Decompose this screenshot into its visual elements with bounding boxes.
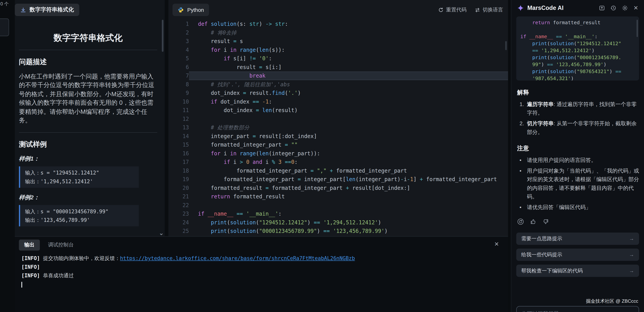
marscode-sparkle-icon xyxy=(517,4,524,11)
gear-icon[interactable] xyxy=(622,5,628,11)
chevron-down-icon[interactable]: ⌄ xyxy=(159,230,164,236)
editor-line[interactable]: 6 result = s[i:] xyxy=(168,63,508,71)
line-number: 10 xyxy=(168,97,189,106)
line-number: 1 xyxy=(168,20,189,28)
app-root: 0 个 数字字符串格式化 数字字符串格式化 问题描述 小M在工作时遇到了一个问题… xyxy=(0,0,644,312)
editor-line[interactable]: 15 formatted_integer_part = "" xyxy=(168,140,508,149)
line-number: 21 xyxy=(168,192,189,201)
switch-language-button[interactable]: 切换语言 xyxy=(475,6,503,14)
ai-code-scrollbar[interactable] xyxy=(637,20,638,37)
console-line xyxy=(21,280,508,288)
line-number: 20 xyxy=(168,184,189,192)
console-output[interactable]: [INFO] 提交功能内测体验中，欢迎反馈：https://bytedance.… xyxy=(15,253,508,288)
note-item: •用户提问对象为「当前代码」、「我的代码」或对应的英文表述时，请根据「编辑区代码… xyxy=(520,166,639,201)
sample-2-label: 样例2： xyxy=(19,194,157,202)
line-number: 23 xyxy=(168,210,189,218)
editor-line[interactable]: 20 formatted_result = formatted_integer_… xyxy=(168,184,508,192)
editor-line[interactable]: 1def solution(s: str) -> str: xyxy=(168,20,508,28)
download-icon xyxy=(20,7,26,13)
editor-line[interactable]: 13 # 处理整数部分 xyxy=(168,123,508,132)
sample-2-input: 输入：s = "0000123456789.99" xyxy=(25,207,134,216)
suggestion-list: 需要一点思路提示→给我一些代码提示→帮我检查一下编辑区的代码→ xyxy=(516,232,639,277)
editor-line[interactable]: 10 if dot_index == -1: xyxy=(168,97,508,106)
line-number: 18 xyxy=(168,166,189,175)
editor-line[interactable]: 11 dot_index = len(result) xyxy=(168,106,508,114)
export-icon[interactable] xyxy=(599,5,605,11)
close-icon[interactable]: ✕ xyxy=(633,4,638,11)
close-icon[interactable]: ✕ xyxy=(494,241,499,247)
ai-code-line: print(solution("0000123456789. xyxy=(520,54,635,61)
reset-code-button[interactable]: 重置代码 xyxy=(438,6,466,14)
regenerate-icon[interactable] xyxy=(517,218,524,225)
note-list: •请使用用户提问的语言回答。•用户提问对象为「当前代码」、「我的代码」或对应的英… xyxy=(520,156,639,212)
desc-text: 小M在工作时遇到了一个问题，他需要将用户输入的不带千分位逗号的数字字符串转换为带… xyxy=(19,72,157,125)
feedback-link[interactable]: https://bytedance.larkoffice.com/share/b… xyxy=(120,255,355,262)
ai-code-block[interactable]: return formatted_result if __name__ == '… xyxy=(516,16,639,81)
editor-line-active[interactable]: 7 break xyxy=(168,72,508,80)
editor-line[interactable]: 19 formatted_integer_part = integer_part… xyxy=(168,175,508,184)
arrow-right-icon: → xyxy=(629,252,634,258)
editor-line[interactable]: 9 dot_index = result.find('.') xyxy=(168,89,508,97)
editor-line[interactable]: 12 xyxy=(168,114,508,123)
history-icon[interactable] xyxy=(610,5,617,11)
ai-question-input[interactable] xyxy=(522,310,634,312)
editor-line[interactable]: 24 print(solution("1294512.12412") == '1… xyxy=(168,218,508,227)
editor-line[interactable]: 17 if i > 0 and i % 3 ==0: xyxy=(168,158,508,166)
editor-panel: Python 重置代码 切换语言 1def solution(s: str) -… xyxy=(168,0,508,236)
editor-line[interactable]: 25 print(solution("0000123456789.99") ==… xyxy=(168,227,508,235)
editor-line[interactable]: 2 # 将0去掉 xyxy=(168,28,508,37)
editor-line[interactable]: 23if __name__ == '__main__': xyxy=(168,210,508,218)
problem-content[interactable]: 数字字符串格式化 问题描述 小M在工作时遇到了一个问题，他需要将用户输入的不带千… xyxy=(19,16,157,236)
editor-line[interactable]: 21 return formatted_result xyxy=(168,192,508,201)
problem-tab[interactable]: 数字字符串格式化 xyxy=(15,4,79,16)
community-credit: 掘金技术社区 @ ZBCccc xyxy=(586,298,638,304)
ai-panel-title: MarsCode AI xyxy=(527,4,564,11)
line-number: 22 xyxy=(168,201,189,210)
rail-count-label: 0 个 xyxy=(0,1,9,7)
thumbs-down-icon[interactable] xyxy=(542,218,549,225)
suggestion-button[interactable]: 帮我检查一下编辑区的代码→ xyxy=(516,264,639,277)
line-number: 14 xyxy=(168,132,189,140)
code-editor[interactable]: 1def solution(s: str) -> str:2 # 将0去掉3 r… xyxy=(168,20,508,236)
rail-collapsed-panel[interactable] xyxy=(0,18,9,36)
suggestion-button[interactable]: 需要一点思路提示→ xyxy=(516,232,639,245)
tab-output[interactable]: 输出 xyxy=(19,239,40,250)
problem-panel: 数字字符串格式化 数字字符串格式化 问题描述 小M在工作时遇到了一个问题，他需要… xyxy=(15,0,164,236)
tab-debug-console[interactable]: 调试控制台 xyxy=(48,242,74,248)
left-rail: 0 个 xyxy=(0,0,15,312)
arrow-right-icon: → xyxy=(629,236,634,242)
editor-line[interactable]: 5 if s[i] != '0': xyxy=(168,54,508,63)
log-level-badge: [INFO] xyxy=(21,255,40,262)
switch-icon xyxy=(475,7,480,13)
line-number: 12 xyxy=(168,114,189,123)
line-number: 7 xyxy=(168,72,189,80)
line-number: 13 xyxy=(168,123,189,132)
console-line: [INFO] 恭喜成功通过 xyxy=(21,271,508,280)
console-panel: 输出 调试控制台 ✕ [INFO] 提交功能内测体验中，欢迎反馈：https:/… xyxy=(15,236,508,312)
suggestion-button[interactable]: 给我一些代码提示→ xyxy=(516,248,639,261)
explain-heading: 解释 xyxy=(517,89,638,96)
console-line: [INFO] 提交功能内测体验中，欢迎反馈：https://bytedance.… xyxy=(21,254,508,262)
editor-line[interactable]: 3 result = s xyxy=(168,37,508,46)
refresh-icon xyxy=(438,7,444,13)
explain-item: 1.遍历字符串: 通过遍历字符串，找到第一个非零字符。 xyxy=(520,100,639,117)
thumbs-up-icon[interactable] xyxy=(530,218,536,225)
problem-scrollbar[interactable] xyxy=(162,20,164,52)
editor-line[interactable]: 22 xyxy=(168,201,508,210)
editor-line[interactable]: 18 formatted_integer_part = "," + format… xyxy=(168,166,508,175)
line-number: 17 xyxy=(168,158,189,166)
line-number: 4 xyxy=(168,46,189,54)
sample-1-output: 输出：'1,294,512.12412' xyxy=(25,177,134,186)
ai-code-line: print(solution("1294512.12412" xyxy=(520,40,635,47)
ai-code-line: 99") == '123,456,789.99') xyxy=(520,61,635,68)
section-divider xyxy=(19,132,157,133)
line-number: 6 xyxy=(168,63,189,71)
sample-1-label: 样例1： xyxy=(19,156,157,163)
language-tab-python[interactable]: Python xyxy=(172,4,209,16)
ai-input-box[interactable] xyxy=(516,306,639,312)
editor-line[interactable]: 14 integer_part = result[:dot_index] xyxy=(168,132,508,140)
editor-line[interactable]: 4 for i in range(len(s)): xyxy=(168,46,508,54)
editor-line[interactable]: 16 for i in range(len(integer_part)): xyxy=(168,149,508,158)
editor-scrollbar[interactable] xyxy=(505,41,507,50)
editor-line[interactable]: 8 # 找到'.', 随后往前加','abs xyxy=(168,80,508,88)
